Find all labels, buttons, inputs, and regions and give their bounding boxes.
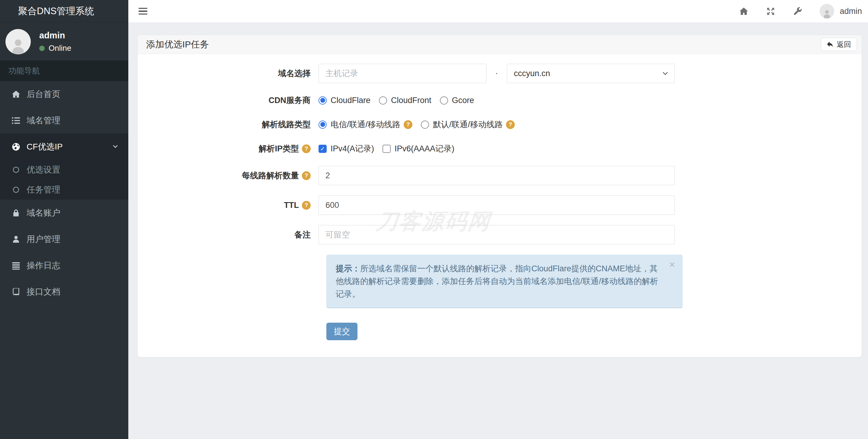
- help-icon[interactable]: ?: [302, 201, 311, 210]
- expand-arrows-icon: [766, 7, 775, 16]
- radio-cloudfront[interactable]: CloudFront: [379, 96, 431, 105]
- form-row-domain: 域名选择 . cccyun.cn: [146, 64, 853, 83]
- form-row-remark: 备注: [146, 225, 853, 244]
- remark-label: 备注: [146, 229, 318, 240]
- checkbox-ipv6[interactable]: IPv6(AAAA记录): [382, 143, 454, 154]
- help-icon[interactable]: ?: [302, 144, 311, 153]
- avatar: [5, 29, 31, 54]
- submit-button[interactable]: 提交: [327, 323, 358, 340]
- user-menu[interactable]: admin: [820, 4, 862, 19]
- help-icon[interactable]: ?: [302, 171, 311, 180]
- sidebar-item-domain-accounts[interactable]: 域名账户: [0, 200, 128, 226]
- sidebar-item-label: 域名管理: [27, 115, 60, 126]
- radio-icon: [421, 121, 429, 129]
- online-status-dot: [39, 46, 45, 51]
- add-task-panel: 添加优选IP任务 返回 刀客源码网 域名选择 . cccyun.cn: [137, 35, 862, 357]
- sidebar-section-label: 功能导航: [0, 60, 128, 81]
- panel-header: 添加优选IP任务 返回: [138, 35, 862, 54]
- circle-o-icon: [12, 186, 20, 194]
- book-icon: [11, 287, 21, 296]
- reply-icon: [827, 41, 833, 48]
- hamburger-icon: [138, 8, 147, 9]
- host-record-input[interactable]: [318, 64, 486, 83]
- form-row-ttl: TTL ?: [146, 196, 853, 215]
- per-line-count-label: 每线路解析数量: [242, 170, 299, 181]
- sidebar-item-api-docs[interactable]: 接口文档: [0, 279, 128, 305]
- lines-icon: [11, 261, 21, 270]
- circle-o-icon: [12, 166, 20, 174]
- person-icon: [822, 8, 832, 19]
- sidebar-toggle-button[interactable]: [137, 6, 149, 17]
- radio-gcore[interactable]: Gcore: [440, 96, 474, 105]
- sidebar-item-domains[interactable]: 域名管理: [0, 107, 128, 134]
- checkbox-icon: [382, 145, 391, 153]
- cdn-label: CDN服务商: [146, 95, 318, 106]
- online-status-label: Online: [49, 43, 71, 53]
- form-row-per-line-count: 每线路解析数量 ?: [146, 166, 853, 185]
- form-body: 刀客源码网 域名选择 . cccyun.cn CDN服务商: [138, 54, 862, 357]
- avatar: [820, 4, 834, 19]
- radio-icon: [318, 121, 327, 129]
- user-icon: [11, 235, 21, 244]
- ttl-label: TTL: [284, 201, 299, 210]
- radio-isp-lines[interactable]: 电信/联通/移动线路 ?: [318, 119, 412, 130]
- app-title: 聚合DNS管理系统: [0, 0, 128, 22]
- info-alert: 提示：所选域名需保留一个默认线路的解析记录，指向CloudFlare提供的CNA…: [327, 255, 683, 308]
- home-icon: [11, 90, 21, 99]
- topbar: admin: [128, 0, 868, 22]
- fullscreen-button[interactable]: [766, 7, 775, 16]
- per-line-count-input[interactable]: [318, 166, 675, 185]
- sidebar-group-cf-ip: CF优选IP 优选设置 任务管理: [0, 134, 128, 200]
- form-row-ip-type: 解析IP类型 ? ✓ IPv4(A记录) IPv6(AAAA记录): [146, 142, 853, 155]
- radio-default-lines[interactable]: 默认/联通/移动线路 ?: [421, 119, 515, 130]
- settings-button[interactable]: [793, 7, 802, 16]
- help-icon[interactable]: ?: [404, 120, 412, 129]
- sidebar: 聚合DNS管理系统 admin Online 功能导航 后台首页 域名管理 CF…: [0, 0, 128, 439]
- back-button[interactable]: 返回: [821, 38, 857, 51]
- topbar-username: admin: [840, 7, 862, 16]
- sidebar-item-label: 域名账户: [27, 207, 60, 219]
- sidebar-item-dashboard[interactable]: 后台首页: [0, 81, 128, 107]
- domain-label: 域名选择: [146, 68, 318, 79]
- sidebar-item-cf-ip[interactable]: CF优选IP: [0, 134, 128, 160]
- domain-separator: .: [495, 66, 498, 76]
- alert-prefix: 提示：: [336, 264, 360, 273]
- checkbox-icon: ✓: [318, 145, 327, 153]
- content-area: 添加优选IP任务 返回 刀客源码网 域名选择 . cccyun.cn: [128, 22, 868, 439]
- sidebar-item-user-management[interactable]: 用户管理: [0, 226, 128, 252]
- list-icon: [11, 116, 21, 125]
- radio-cloudflare[interactable]: CloudFlare: [318, 96, 370, 105]
- sidebar-subitem-task-management[interactable]: 任务管理: [0, 180, 128, 200]
- page-title: 添加优选IP任务: [146, 38, 209, 51]
- sidebar-subitem-preferred-settings[interactable]: 优选设置: [0, 160, 128, 180]
- home-icon: [739, 7, 748, 16]
- person-icon: [9, 36, 28, 54]
- sidebar-item-label: CF优选IP: [27, 141, 63, 153]
- radio-icon: [379, 96, 387, 105]
- close-icon[interactable]: ×: [669, 259, 675, 269]
- domain-select-wrap: cccyun.cn: [507, 64, 675, 83]
- sidebar-subitem-label: 任务管理: [27, 184, 60, 196]
- sidebar-item-label: 后台首页: [27, 89, 60, 100]
- ttl-input[interactable]: [318, 196, 675, 215]
- radio-icon: [318, 96, 327, 105]
- sidebar-item-operation-logs[interactable]: 操作日志: [0, 252, 128, 279]
- lock-icon: [11, 208, 21, 217]
- domain-select[interactable]: cccyun.cn: [507, 64, 675, 83]
- sidebar-item-label: 用户管理: [27, 234, 60, 245]
- sidebar-item-label: 操作日志: [27, 260, 60, 271]
- line-type-label: 解析线路类型: [146, 119, 318, 130]
- alert-text: 所选域名需保留一个默认线路的解析记录，指向CloudFlare提供的CNAME地…: [336, 264, 658, 298]
- checkbox-ipv4[interactable]: ✓ IPv4(A记录): [318, 143, 374, 154]
- radio-icon: [440, 96, 448, 105]
- home-button[interactable]: [739, 7, 748, 16]
- globe-icon: [11, 142, 21, 151]
- chevron-down-icon: [112, 143, 119, 151]
- sidebar-username: admin: [39, 31, 71, 40]
- wrench-icon: [793, 7, 802, 16]
- back-button-label: 返回: [837, 39, 851, 49]
- sidebar-user-panel: admin Online: [0, 22, 128, 60]
- ip-type-label: 解析IP类型: [258, 143, 299, 154]
- remark-input[interactable]: [318, 225, 675, 244]
- help-icon[interactable]: ?: [506, 120, 515, 129]
